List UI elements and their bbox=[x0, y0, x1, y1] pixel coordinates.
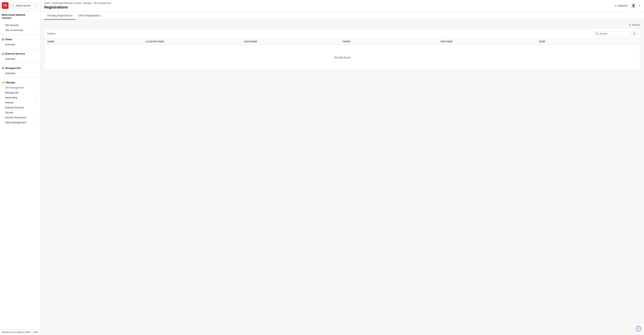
sidebar-item-networking[interactable]: Networking › bbox=[2, 95, 38, 100]
title-section: Home › Multi-Cloud Network Connect › Man… bbox=[44, 2, 111, 9]
items-count: 0 items bbox=[48, 32, 55, 35]
sidebar-item-site-management[interactable]: Site Management › bbox=[2, 85, 38, 90]
chevron-down-icon: ▾ bbox=[626, 4, 628, 7]
user-icon: 👤 bbox=[632, 4, 635, 7]
column-name: Name bbox=[48, 40, 146, 43]
key-icon: 🔑 bbox=[2, 81, 5, 84]
column-cluster-name: Cluster Name bbox=[146, 40, 244, 43]
sidebar-header: F5 ⠿ Select service ▾ bbox=[0, 0, 40, 11]
no-data-message: No data found bbox=[44, 45, 640, 70]
info-icon: ℹ bbox=[32, 331, 32, 334]
grid-icon: ⊞ bbox=[2, 38, 4, 41]
chevron-right-icon: › bbox=[36, 111, 37, 113]
support-button[interactable]: ⊙ Support ▾ bbox=[614, 4, 628, 7]
tabs-bar: Pending Registrations Other Registration… bbox=[40, 11, 644, 20]
chevron-down-icon: ▾ bbox=[639, 4, 640, 7]
sidebar-section-manage: 🔑 Manage Site Management › Manage K8s › … bbox=[0, 79, 40, 126]
select-service-label: Select service bbox=[16, 4, 31, 7]
chevron-right-icon: › bbox=[36, 86, 37, 89]
chevron-right-icon: › bbox=[36, 91, 37, 94]
sidebar-item-firewall[interactable]: Firewall › bbox=[2, 100, 38, 105]
settings-icon: ⚙ bbox=[633, 32, 636, 35]
chevron-down-icon: ▾ bbox=[36, 4, 36, 7]
external-services-section-title: ◎ External Services bbox=[2, 52, 38, 55]
column-provider: Provider bbox=[440, 40, 539, 43]
sidebar-section-fleets: ⊞ Fleets Overview bbox=[0, 36, 40, 48]
divider bbox=[0, 63, 40, 63]
main-content: Home › Multi-Cloud Network Connect › Man… bbox=[40, 0, 644, 335]
data-panel: 0 items 🔍 ⚙ Name Cluster Name bbox=[44, 28, 640, 70]
topbar-right: ⊙ Support ▾ 👤 ▾ bbox=[614, 3, 640, 8]
hide-link[interactable]: Hide bbox=[34, 331, 38, 334]
sidebar-item-alerts-management[interactable]: Alerts Management › bbox=[2, 120, 38, 125]
footer-text: Advanced nav options visible bbox=[2, 331, 30, 334]
svg-text:F5: F5 bbox=[4, 4, 7, 7]
help-icon[interactable]: ? bbox=[636, 326, 641, 331]
chevron-right-icon: › bbox=[36, 29, 37, 31]
sidebar-item-service-discoveries[interactable]: Service Discoveries bbox=[2, 115, 38, 120]
breadcrumb-site-management: Site Management bbox=[94, 2, 111, 4]
divider bbox=[0, 49, 40, 49]
tab-other-registrations[interactable]: Other Registrations bbox=[76, 11, 104, 20]
refresh-icon: ↻ bbox=[629, 23, 631, 26]
topbar: Home › Multi-Cloud Network Connect › Man… bbox=[40, 0, 644, 11]
fleets-section-title: ⊞ Fleets bbox=[2, 38, 38, 41]
column-token: Token bbox=[342, 40, 440, 43]
sidebar-item-fleets-overview[interactable]: Overview bbox=[2, 42, 38, 47]
refresh-button[interactable]: ↻ Refresh bbox=[629, 23, 640, 26]
table-header: Name Cluster Name Hostname Token Provide… bbox=[44, 38, 640, 45]
tab-pending-registrations[interactable]: Pending Registrations bbox=[44, 11, 76, 20]
divider bbox=[0, 34, 40, 35]
select-service-button[interactable]: ⠿ Select service ▾ bbox=[10, 3, 38, 8]
sidebar-section-managed-k8s: ⚙ Managed K8s Overview bbox=[0, 64, 40, 76]
support-label: Support bbox=[617, 4, 626, 7]
user-icon-button[interactable]: 👤 bbox=[631, 3, 636, 8]
breadcrumb: Home › Multi-Cloud Network Connect › Man… bbox=[44, 2, 111, 4]
sidebar-footer: Advanced nav options visible ℹ Hide bbox=[0, 329, 40, 335]
search-icon: 🔍 bbox=[595, 32, 598, 35]
breadcrumb-home[interactable]: Home bbox=[44, 2, 50, 4]
breadcrumb-manage[interactable]: Manage bbox=[83, 2, 91, 4]
sidebar-item-manage-k8s[interactable]: Manage K8s › bbox=[2, 90, 38, 95]
sidebar-item-site-connectivity[interactable]: Site Connectivity › bbox=[2, 28, 38, 33]
settings-button[interactable]: ⚙ bbox=[632, 31, 637, 36]
managed-k8s-section-title: ⚙ Managed K8s bbox=[2, 67, 38, 70]
column-zone: Zone bbox=[539, 40, 637, 43]
page-title: Registrations bbox=[44, 5, 111, 9]
grid-icon: ⠿ bbox=[12, 4, 14, 7]
sidebar-item-site-security[interactable]: Site Security bbox=[2, 23, 38, 28]
content-inner: ↻ Refresh 0 items 🔍 ⚙ bbox=[40, 20, 644, 74]
search-input[interactable] bbox=[600, 32, 628, 35]
search-box: 🔍 bbox=[593, 31, 630, 36]
chevron-right-icon: › bbox=[36, 96, 37, 99]
data-panel-header: 0 items 🔍 ⚙ bbox=[44, 29, 640, 38]
sidebar-item-managed-k8s-overview[interactable]: Overview bbox=[2, 71, 38, 76]
chevron-right-icon: › bbox=[36, 121, 37, 123]
circle-icon: ◎ bbox=[2, 52, 4, 55]
support-icon: ⊙ bbox=[614, 4, 616, 7]
column-hostname: Hostname bbox=[244, 40, 342, 43]
sidebar-item-external-services-overview[interactable]: Overview bbox=[2, 56, 38, 61]
sidebar-section-site: Site Security Site Connectivity › bbox=[0, 20, 40, 33]
sidebar-item-external-services[interactable]: External Services bbox=[2, 105, 38, 110]
chevron-right-icon: › bbox=[36, 101, 37, 104]
gear-icon: ⚙ bbox=[2, 67, 4, 70]
f5-logo: F5 bbox=[2, 2, 8, 9]
breadcrumb-mcnc[interactable]: Multi-Cloud Network Connect bbox=[52, 2, 81, 4]
product-title: Multi-Cloud Network Connect bbox=[0, 11, 40, 20]
content-area: Pending Registrations Other Registration… bbox=[40, 11, 644, 335]
manage-section-title: 🔑 Manage bbox=[2, 81, 38, 84]
sidebar-section-external-services: ◎ External Services Overview bbox=[0, 50, 40, 62]
toolbar-row: ↻ Refresh bbox=[44, 23, 640, 26]
sidebar-item-secrets[interactable]: Secrets › bbox=[2, 110, 38, 115]
sidebar: F5 ⠿ Select service ▾ Multi-Cloud Networ… bbox=[0, 0, 40, 335]
